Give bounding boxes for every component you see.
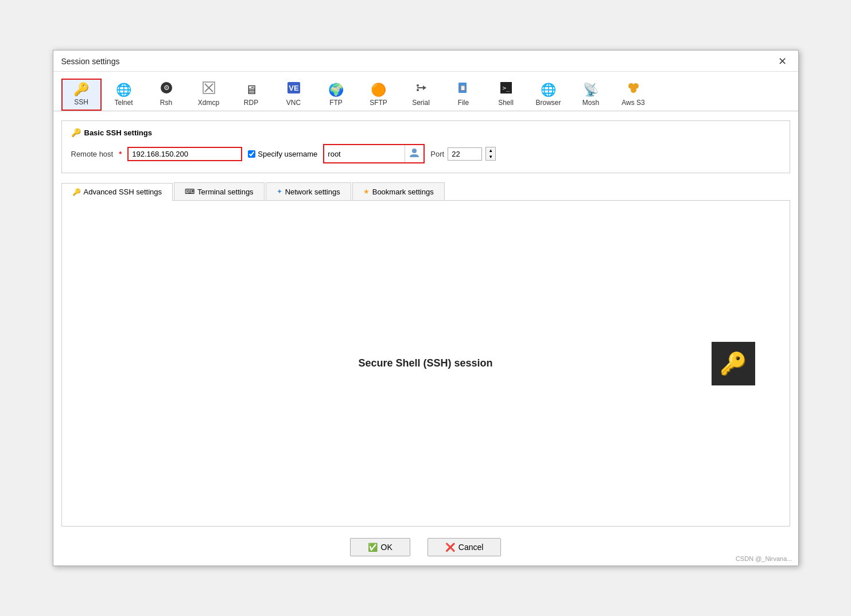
basic-ssh-settings-section: 🔑 Basic SSH settings Remote host * Speci… bbox=[61, 120, 790, 173]
username-input[interactable] bbox=[324, 148, 405, 160]
xdmcp-icon bbox=[203, 81, 215, 96]
bookmark-icon: ★ bbox=[363, 188, 370, 196]
bookmark-label: Bookmark settings bbox=[372, 188, 434, 196]
close-button[interactable]: ✕ bbox=[775, 55, 790, 68]
dialog-title: Session settings bbox=[61, 57, 120, 66]
serial-icon bbox=[415, 81, 428, 96]
svg-text:>_: >_ bbox=[502, 84, 510, 92]
port-wrap: Port ▲ ▼ bbox=[430, 147, 496, 161]
port-label: Port bbox=[430, 150, 444, 158]
ok-label: OK bbox=[381, 543, 393, 552]
port-increment-button[interactable]: ▲ bbox=[486, 147, 495, 154]
section-title-label: Basic SSH settings bbox=[84, 128, 153, 137]
svg-point-10 bbox=[417, 89, 419, 91]
mosh-label: Mosh bbox=[582, 99, 599, 107]
port-decrement-button[interactable]: ▼ bbox=[486, 154, 495, 160]
sftp-label: SFTP bbox=[370, 99, 387, 107]
specify-username-label: Specify username bbox=[258, 150, 317, 158]
cancel-label: Cancel bbox=[458, 543, 484, 552]
tab-bookmark[interactable]: ★ Bookmark settings bbox=[352, 182, 445, 200]
ssh-key-icon-box: 🔑 bbox=[712, 342, 755, 385]
telnet-icon: 🌐 bbox=[116, 84, 131, 96]
ok-button[interactable]: ✅ OK bbox=[350, 538, 410, 556]
protocol-tabs-row: 🔑 SSH 🌐 Telnet ⚙ Rsh Xdmcp 🖥 RDP bbox=[53, 72, 798, 111]
remote-host-input[interactable] bbox=[127, 147, 242, 161]
tab-terminal[interactable]: ⌨ Terminal settings bbox=[174, 182, 265, 200]
file-label: File bbox=[458, 99, 469, 107]
specify-username-checkbox-label[interactable]: Specify username bbox=[248, 150, 317, 158]
section-title: 🔑 Basic SSH settings bbox=[71, 128, 780, 137]
protocol-tab-telnet[interactable]: 🌐 Telnet bbox=[104, 80, 144, 111]
rdp-icon: 🖥 bbox=[245, 84, 258, 96]
awss3-icon bbox=[627, 81, 640, 96]
browser-icon: 🌐 bbox=[541, 84, 556, 96]
network-label: Network settings bbox=[285, 188, 340, 196]
file-icon: 📋 bbox=[457, 81, 470, 96]
protocol-tab-mosh[interactable]: 📡 Mosh bbox=[571, 80, 611, 111]
protocol-tab-serial[interactable]: Serial bbox=[401, 77, 441, 111]
required-star: * bbox=[119, 150, 122, 158]
terminal-icon: ⌨ bbox=[185, 188, 195, 196]
cancel-button[interactable]: ❌ Cancel bbox=[428, 538, 502, 556]
protocol-tab-shell[interactable]: >_ Shell bbox=[486, 77, 526, 111]
advanced-ssh-icon: 🔑 bbox=[72, 188, 81, 196]
main-content-area: Secure Shell (SSH) session 🔑 bbox=[61, 201, 790, 527]
cancel-icon: ❌ bbox=[445, 543, 455, 552]
ssh-description: Secure Shell (SSH) session bbox=[358, 357, 492, 369]
remote-host-label: Remote host bbox=[71, 150, 114, 158]
sub-tabs-row: 🔑 Advanced SSH settings ⌨ Terminal setti… bbox=[61, 182, 790, 201]
tab-advanced-ssh[interactable]: 🔑 Advanced SSH settings bbox=[61, 183, 173, 201]
rdp-label: RDP bbox=[244, 99, 258, 107]
svg-text:⚙: ⚙ bbox=[163, 84, 169, 92]
basic-fields-row: Remote host * Specify username bbox=[71, 144, 780, 163]
svg-point-9 bbox=[417, 84, 419, 87]
browser-label: Browser bbox=[535, 99, 561, 107]
serial-label: Serial bbox=[412, 99, 430, 107]
protocol-tab-sftp[interactable]: 🟠 SFTP bbox=[359, 80, 399, 111]
vnc-icon: VE bbox=[287, 81, 301, 96]
telnet-label: Telnet bbox=[114, 99, 133, 107]
session-settings-dialog: Session settings ✕ 🔑 SSH 🌐 Telnet ⚙ Rsh … bbox=[53, 50, 799, 566]
mosh-icon: 📡 bbox=[583, 84, 599, 96]
ok-icon: ✅ bbox=[368, 543, 378, 552]
port-input[interactable] bbox=[448, 147, 482, 161]
svg-text:VE: VE bbox=[289, 84, 299, 92]
title-bar: Session settings ✕ bbox=[53, 50, 798, 72]
shell-icon: >_ bbox=[500, 81, 512, 96]
ftp-icon: 🌍 bbox=[328, 84, 344, 96]
specify-username-checkbox[interactable] bbox=[248, 150, 255, 158]
port-spinner: ▲ ▼ bbox=[485, 147, 496, 161]
vnc-label: VNC bbox=[286, 99, 301, 107]
protocol-tab-file[interactable]: 📋 File bbox=[444, 77, 484, 111]
key-emoji: 🔑 bbox=[720, 351, 747, 376]
user-icon-button[interactable] bbox=[405, 145, 423, 162]
protocol-tab-ftp[interactable]: 🌍 FTP bbox=[316, 80, 356, 111]
shell-label: Shell bbox=[498, 99, 514, 107]
svg-marker-8 bbox=[423, 85, 426, 90]
protocol-tab-rsh[interactable]: ⚙ Rsh bbox=[146, 77, 186, 111]
svg-point-18 bbox=[412, 149, 417, 153]
svg-point-17 bbox=[631, 87, 636, 93]
protocol-tab-browser[interactable]: 🌐 Browser bbox=[529, 80, 569, 111]
ssh-label: SSH bbox=[74, 98, 88, 106]
section-icon: 🔑 bbox=[71, 128, 81, 137]
protocol-tab-awss3[interactable]: Aws S3 bbox=[613, 77, 654, 111]
network-icon: ✦ bbox=[277, 188, 282, 196]
bottom-bar: ✅ OK ❌ Cancel bbox=[53, 527, 798, 566]
ftp-label: FTP bbox=[329, 99, 343, 107]
tab-network[interactable]: ✦ Network settings bbox=[266, 182, 351, 200]
protocol-tab-ssh[interactable]: 🔑 SSH bbox=[61, 79, 102, 111]
svg-text:📋: 📋 bbox=[459, 84, 466, 91]
rsh-icon: ⚙ bbox=[160, 81, 173, 96]
protocol-tab-rdp[interactable]: 🖥 RDP bbox=[231, 80, 271, 111]
sftp-icon: 🟠 bbox=[371, 84, 386, 96]
advanced-ssh-label: Advanced SSH settings bbox=[84, 188, 162, 196]
username-wrap bbox=[323, 144, 425, 163]
protocol-tab-vnc[interactable]: VE VNC bbox=[274, 77, 314, 111]
rsh-label: Rsh bbox=[160, 99, 172, 107]
xdmcp-label: Xdmcp bbox=[198, 99, 219, 107]
watermark: CSDN @_Nirvana... bbox=[736, 555, 792, 562]
awss3-label: Aws S3 bbox=[621, 99, 644, 107]
terminal-label: Terminal settings bbox=[197, 188, 254, 196]
protocol-tab-xdmcp[interactable]: Xdmcp bbox=[189, 77, 229, 111]
